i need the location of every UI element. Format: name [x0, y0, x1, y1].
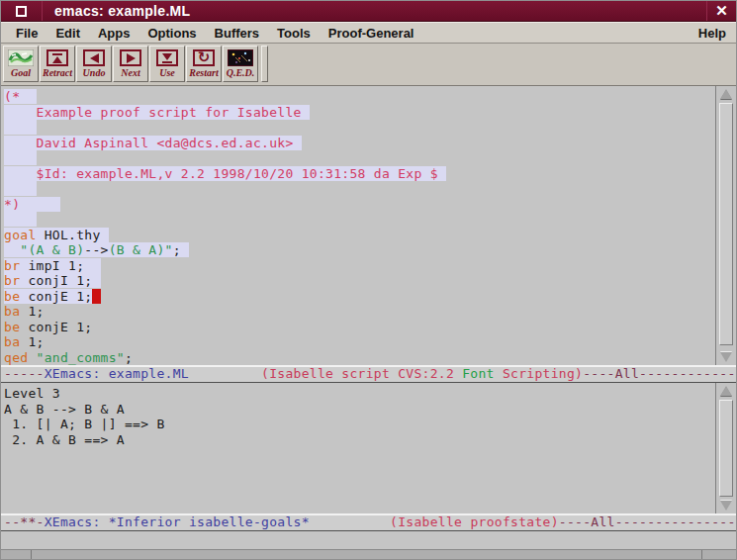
- qed-icon: [228, 48, 253, 67]
- script-buffer[interactable]: (* Example proof script for Isabelle Dav…: [1, 86, 715, 365]
- toolbar-use-button[interactable]: Use: [149, 46, 185, 82]
- buffer-line: ba 1;: [4, 334, 715, 350]
- window-menu-icon: [16, 6, 27, 17]
- buffer-line: [4, 181, 715, 197]
- toolbar-next-label: Next: [121, 67, 139, 79]
- menu-tools[interactable]: Tools: [268, 26, 320, 41]
- buffer-line: (*: [4, 89, 715, 105]
- toolbar-goal-button[interactable]: Goal: [3, 46, 39, 82]
- toolbar-qed-label: Q.E.D.: [227, 67, 255, 79]
- xemacs-window: emacs: example.ML ✕ File Edit Apps Optio…: [0, 0, 737, 560]
- toolbar-restart-label: Restart: [189, 67, 218, 79]
- close-icon: ✕: [715, 2, 728, 20]
- goals-buffer[interactable]: Level 3A & B --> B & A 1. [| A; B |] ==>…: [1, 383, 715, 513]
- scrollbar-thumb[interactable]: [719, 103, 733, 345]
- goals-buffer-window: Level 3A & B --> B & A 1. [| A; B |] ==>…: [1, 383, 736, 513]
- resize-handle-divider: [31, 550, 32, 559]
- next-icon: [120, 49, 141, 66]
- buffer-line: [4, 150, 715, 166]
- menu-buffers[interactable]: Buffers: [206, 26, 269, 41]
- menu-help[interactable]: Help: [694, 26, 730, 41]
- buffer-line: br conjI 1;: [4, 273, 715, 289]
- scrollbar-down-arrow[interactable]: [716, 499, 736, 513]
- scrollbar-up-arrow[interactable]: [716, 87, 736, 101]
- buffer-line: be conjE 1;: [4, 320, 715, 335]
- window-menu-button[interactable]: [1, 1, 43, 21]
- buffer-line: Level 3: [4, 386, 715, 402]
- goals-scrollbar[interactable]: [715, 383, 736, 513]
- undo-icon: [83, 49, 105, 66]
- buffer-line: br impI 1;: [4, 258, 715, 274]
- toolbar-next-button[interactable]: Next: [113, 46, 148, 82]
- toolbar-use-label: Use: [159, 67, 175, 79]
- resize-handle-divider: [701, 550, 702, 559]
- scrollbar-trough[interactable]: [719, 102, 733, 349]
- toolbar-goal-label: Goal: [11, 67, 31, 79]
- buffer-line: David Aspinall <da@dcs.ed.ac.uk>: [4, 136, 715, 151]
- toolbar-qed-button[interactable]: Q.E.D.: [223, 46, 258, 82]
- goals-modeline: --**-XEmacs: *Inferior isabelle-goals* (…: [1, 513, 736, 531]
- scrollbar-trough[interactable]: [719, 399, 733, 498]
- menu-file[interactable]: File: [7, 26, 46, 41]
- buffer-line: 2. A & B ==> A: [4, 432, 715, 448]
- restart-icon: ↻: [193, 49, 215, 66]
- buffer-line: $Id: example.ML,v 2.2 1998/10/20 10:31:5…: [4, 166, 715, 182]
- menubar: File Edit Apps Options Buffers Tools Pro…: [1, 22, 736, 44]
- retract-icon: [46, 49, 68, 66]
- use-icon: [156, 49, 178, 66]
- buffer-line: be conjE 1;: [4, 289, 715, 305]
- buffer-line: Example proof script for Isabelle: [4, 105, 715, 121]
- script-buffer-window: (* Example proof script for Isabelle Dav…: [1, 86, 736, 365]
- scrollbar-down-arrow[interactable]: [716, 350, 736, 364]
- buffer-line: qed "and_comms";: [4, 350, 715, 366]
- scrollbar-up-arrow[interactable]: [716, 384, 736, 398]
- toolbar-retract-button[interactable]: Retract: [40, 46, 75, 82]
- menu-edit[interactable]: Edit: [46, 26, 89, 41]
- menu-options[interactable]: Options: [138, 26, 205, 41]
- script-modeline: -----XEmacs: example.ML (Isabelle script…: [1, 365, 736, 383]
- buffer-line: goal HOL.thy: [4, 228, 715, 243]
- window-title: emacs: example.ML: [43, 3, 706, 19]
- buffer-line: 1. [| A; B |] ==> B: [4, 417, 715, 432]
- titlebar[interactable]: emacs: example.ML ✕: [1, 1, 736, 22]
- toolbar-undo-label: Undo: [83, 67, 106, 79]
- buffer-line: [4, 212, 715, 228]
- toolbar-separator: [261, 46, 268, 82]
- proof-general-toolbar: Goal Retract Undo Ne: [1, 44, 736, 86]
- scrollbar-thumb[interactable]: [719, 400, 733, 497]
- menu-apps[interactable]: Apps: [89, 26, 139, 41]
- goal-icon: [8, 48, 34, 67]
- toolbar-undo-button[interactable]: Undo: [76, 46, 112, 82]
- buffer-line: A & B --> B & A: [4, 402, 715, 418]
- buffer-line: [4, 120, 715, 136]
- menu-proof-general[interactable]: Proof-General: [320, 26, 423, 41]
- close-button[interactable]: ✕: [706, 1, 736, 21]
- buffer-line: *): [4, 197, 715, 213]
- buffer-line: "(A & B)-->(B & A)";: [4, 242, 715, 258]
- toolbar-retract-label: Retract: [43, 67, 72, 79]
- script-scrollbar[interactable]: [715, 86, 736, 365]
- buffer-line: ba 1;: [4, 304, 715, 320]
- toolbar-restart-button[interactable]: ↻ Restart: [186, 46, 222, 82]
- minibuffer[interactable]: [1, 531, 736, 549]
- frame-bottom-border: [1, 549, 736, 559]
